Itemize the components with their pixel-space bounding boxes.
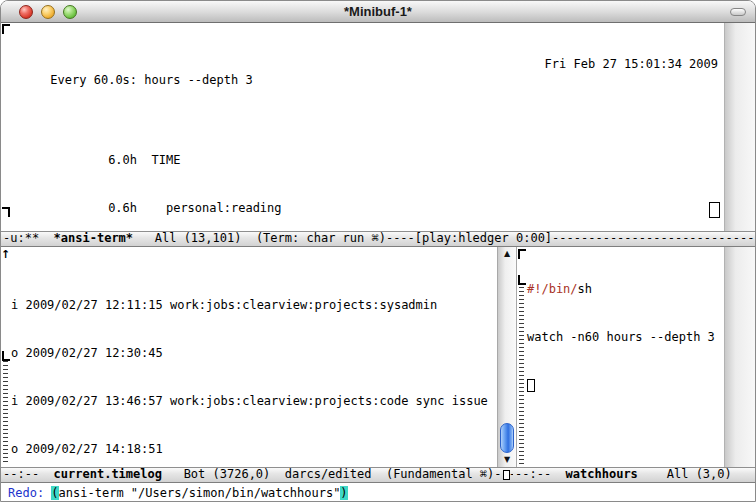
watchhours-scrollbar-track[interactable] bbox=[724, 247, 755, 467]
modeline-ansi-term[interactable]: -u:** *ansi-term* All (13,101) (Term: ch… bbox=[1, 231, 755, 247]
watch-command-text: Every 60.0s: hours --depth 3 bbox=[50, 73, 252, 87]
script-line: watch -n60 hours --depth 3 bbox=[527, 329, 755, 345]
scrollbar-up-arrow-icon[interactable]: ▲ bbox=[498, 248, 516, 260]
modeline-watchhours[interactable]: --:-- watchhours All (3,0) bbox=[513, 467, 755, 483]
watch-header: Every 60.0s: hours --depth 3 Fri Feb 27 … bbox=[7, 56, 755, 72]
matched-open-paren: ( bbox=[51, 486, 58, 500]
buffer-top-boundary-icon bbox=[518, 249, 526, 259]
bottom-modelines: --:-- current.timelog Bot (3726,0) darcs… bbox=[1, 467, 755, 483]
modeline-buffer-name[interactable]: watchhours bbox=[566, 467, 638, 481]
minibuffer-command: ansi-term "/Users/simon/bin/watchhours" bbox=[59, 486, 341, 500]
window-title: *Minibuf-1* bbox=[1, 4, 755, 19]
watchhours-buffer[interactable]: #!/bin/sh watch -n60 hours --depth 3 bbox=[517, 247, 755, 467]
modeline-buffer-name[interactable]: *ansi-term* bbox=[54, 231, 133, 245]
minibuffer-prompt: Redo: bbox=[8, 486, 51, 500]
modeline-buffer-name[interactable]: current.timelog bbox=[54, 467, 162, 481]
term-scrollbar-track[interactable] bbox=[724, 23, 755, 231]
term-line: 0.6h personal:reading bbox=[7, 200, 755, 216]
text-cursor bbox=[527, 379, 535, 392]
timelog-buffer[interactable]: ↑ i 2009/02/27 12:11:15 work:jobs:clearv… bbox=[1, 247, 497, 467]
scrollbar-down-arrow-icon[interactable]: ▼ bbox=[498, 454, 516, 466]
emacs-window: *Minibuf-1* Every 60.0s: hours --depth 3… bbox=[0, 0, 756, 502]
modeline-flags: --:-- bbox=[515, 467, 566, 481]
bottom-split: ↑ i 2009/02/27 12:11:15 work:jobs:clearv… bbox=[1, 247, 755, 467]
modeline-truncated-char bbox=[503, 470, 510, 480]
scroll-up-fringe-icon: ↑ bbox=[1, 248, 10, 261]
term-line bbox=[7, 104, 755, 120]
cursor-line bbox=[527, 377, 755, 393]
timelog-entry: o 2009/02/27 14:18:51 bbox=[11, 441, 497, 457]
matched-close-paren: ) bbox=[340, 486, 347, 500]
shebang-text: #!/bin/ bbox=[527, 282, 578, 296]
empty-lines-fringe-icon bbox=[3, 361, 8, 465]
modeline-info: All (13,101) (Term: char run ⌘)----[play… bbox=[133, 231, 552, 245]
timelog-entry: i 2009/02/27 12:11:15 work:jobs:clearvie… bbox=[11, 297, 497, 313]
buffer-top-boundary-icon bbox=[2, 24, 10, 34]
term-line: 6.0h TIME bbox=[7, 152, 755, 168]
buffer-bottom-boundary-icon bbox=[2, 207, 10, 217]
modeline-info: Bot (3726,0) darcs/edited (Fundamental ⌘… bbox=[162, 467, 513, 481]
modeline-timelog[interactable]: --:-- current.timelog Bot (3726,0) darcs… bbox=[1, 467, 513, 483]
shebang-interpreter: sh bbox=[578, 282, 592, 296]
timelog-scrollbar[interactable]: ▲ ▼ bbox=[497, 247, 517, 467]
ansi-term-pane[interactable]: Every 60.0s: hours --depth 3 Fri Feb 27 … bbox=[1, 23, 755, 231]
buffer-bottom-boundary-icon bbox=[518, 275, 526, 285]
buffer-bottom-boundary-icon bbox=[2, 351, 10, 361]
empty-lines-fringe-icon bbox=[519, 287, 524, 465]
minibuffer[interactable]: Redo: (ansi-term "/Users/simon/bin/watch… bbox=[1, 483, 755, 501]
modeline-info: All (3,0) bbox=[638, 467, 732, 481]
modeline-flags: -u:** bbox=[3, 231, 54, 245]
scrollbar-thumb[interactable] bbox=[500, 423, 514, 453]
timelog-entry: i 2009/02/27 13:46:57 work:jobs:clearvie… bbox=[11, 393, 497, 409]
script-line: #!/bin/sh bbox=[527, 281, 755, 297]
toolbar-toggle-button[interactable] bbox=[730, 8, 746, 16]
modeline-flags: --:-- bbox=[3, 467, 54, 481]
modeline-fill: ----------------------------------------… bbox=[552, 231, 755, 245]
terminal-cursor bbox=[709, 202, 720, 218]
timelog-entry: o 2009/02/27 12:30:45 bbox=[11, 345, 497, 361]
watch-datetime: Fri Feb 27 15:01:34 2009 bbox=[545, 56, 718, 72]
titlebar[interactable]: *Minibuf-1* bbox=[1, 1, 755, 23]
